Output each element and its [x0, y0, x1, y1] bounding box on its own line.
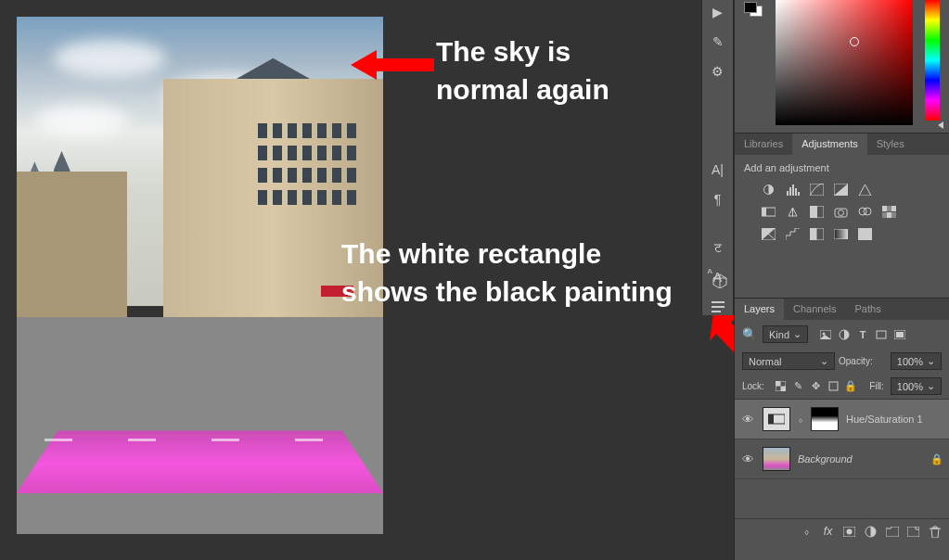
hue-saturation-icon[interactable] — [761, 205, 776, 218]
tab-adjustments[interactable]: Adjustments — [792, 134, 867, 155]
glyphs-panel-icon[interactable]: ट — [708, 239, 728, 256]
visibility-toggle-icon[interactable]: 👁 — [740, 452, 755, 466]
color-picker-panel — [735, 0, 949, 133]
posterize-icon[interactable] — [785, 227, 801, 240]
svg-rect-17 — [810, 206, 817, 218]
filter-pixel-icon[interactable] — [819, 328, 832, 341]
character-panel-icon[interactable]: A| — [708, 161, 728, 178]
layers-tab-bar: Layers Channels Paths — [735, 298, 949, 320]
delete-layer-icon[interactable] — [928, 525, 942, 538]
color-balance-icon[interactable] — [785, 205, 801, 218]
brush-settings-icon[interactable]: ⚙ — [708, 63, 728, 80]
filter-smart-icon[interactable] — [893, 328, 906, 341]
visibility-toggle-icon[interactable]: 👁 — [740, 413, 755, 426]
svg-rect-3 — [712, 306, 725, 308]
layer-item-hue-saturation[interactable]: 👁 ⬨ Hue/Saturation 1 — [735, 400, 949, 439]
tab-channels[interactable]: Channels — [784, 299, 845, 320]
paragraph-styles-icon[interactable] — [708, 299, 728, 315]
svg-rect-28 — [891, 212, 896, 218]
photo-filter-icon[interactable] — [833, 205, 849, 218]
tab-paths[interactable]: Paths — [846, 299, 891, 320]
blend-mode-dropdown[interactable]: Normal ⌄ — [742, 352, 835, 370]
opacity-input[interactable]: 100% ⌄ — [891, 352, 942, 370]
foreground-background-swatch[interactable] — [744, 2, 763, 17]
lock-artboard-icon[interactable] — [827, 380, 840, 392]
svg-rect-49 — [907, 527, 919, 537]
svg-rect-39 — [896, 332, 904, 337]
street-region — [17, 317, 383, 534]
exposure-icon[interactable] — [833, 183, 849, 196]
brightness-contrast-icon[interactable] — [761, 183, 776, 196]
tab-libraries[interactable]: Libraries — [735, 134, 792, 155]
link-layers-icon[interactable]: ⬨ — [800, 525, 814, 538]
threshold-icon[interactable] — [809, 227, 825, 240]
hue-slider-handle[interactable] — [938, 121, 943, 129]
new-group-icon[interactable] — [885, 525, 899, 538]
gradient-map-icon[interactable] — [833, 227, 849, 240]
mask-link-icon[interactable]: ⬨ — [798, 414, 803, 425]
svg-rect-33 — [858, 228, 872, 240]
vertical-toolbar: ▶ ✎ ⚙ A| ¶ ट A A — [701, 0, 734, 315]
levels-icon[interactable] — [785, 183, 801, 196]
lock-transparency-icon[interactable] — [775, 380, 787, 392]
lock-pixels-icon[interactable]: ✎ — [792, 380, 804, 392]
filter-search-icon[interactable]: 🔍 — [742, 327, 757, 341]
layer-mask-thumbnail[interactable] — [811, 407, 839, 431]
layer-list: 👁 ⬨ Hue/Saturation 1 👁 Background 🔒 — [735, 400, 949, 479]
adjustment-thumbnail[interactable] — [763, 407, 790, 431]
svg-rect-32 — [834, 229, 848, 239]
fill-input[interactable]: 100% ⌄ — [891, 377, 942, 395]
layer-name[interactable]: Background — [798, 453, 853, 465]
lock-label: Lock: — [742, 381, 764, 391]
tab-layers[interactable]: Layers — [735, 299, 784, 320]
new-layer-icon[interactable] — [906, 525, 920, 538]
add-mask-icon[interactable] — [842, 525, 856, 538]
layer-filter-dropdown[interactable]: Kind ⌄ — [763, 325, 808, 343]
canvas-image — [17, 17, 383, 534]
svg-rect-2 — [712, 301, 725, 303]
tab-styles[interactable]: Styles — [867, 134, 914, 155]
channel-mixer-icon[interactable] — [857, 205, 873, 218]
invert-icon[interactable] — [761, 227, 776, 240]
lock-position-icon[interactable]: ✥ — [810, 380, 822, 392]
svg-rect-6 — [787, 191, 789, 196]
filter-type-icon[interactable]: T — [856, 328, 869, 341]
svg-rect-37 — [877, 331, 886, 338]
svg-marker-0 — [351, 50, 434, 80]
curves-icon[interactable] — [809, 183, 825, 196]
new-adjustment-icon[interactable] — [864, 525, 878, 538]
layer-item-background[interactable]: 👁 Background 🔒 — [735, 439, 949, 479]
selective-color-icon[interactable] — [857, 227, 873, 240]
svg-rect-41 — [776, 381, 781, 387]
svg-marker-13 — [859, 185, 871, 196]
layer-thumbnail[interactable] — [763, 447, 790, 471]
canvas-area[interactable] — [17, 17, 383, 534]
svg-rect-24 — [887, 206, 891, 211]
svg-rect-15 — [762, 208, 766, 216]
brush-preset-icon[interactable]: ✎ — [708, 33, 728, 50]
color-lookup-icon[interactable] — [881, 205, 897, 218]
annotation-sky: The sky is normal again — [436, 33, 609, 108]
building-left — [17, 172, 127, 326]
filter-shape-icon[interactable] — [875, 328, 888, 341]
chevron-down-icon: ⌄ — [820, 355, 828, 367]
lock-all-icon[interactable]: 🔒 — [845, 380, 857, 392]
3d-panel-icon[interactable] — [711, 272, 729, 290]
layer-effects-icon[interactable]: fx — [821, 525, 835, 538]
svg-rect-8 — [792, 185, 794, 196]
color-field[interactable] — [776, 0, 913, 125]
svg-rect-10 — [798, 192, 800, 196]
paragraph-panel-icon[interactable]: ¶ — [708, 191, 728, 208]
lane-marking — [212, 439, 239, 441]
adjustments-heading: Add an adjustment — [744, 162, 940, 173]
layer-name[interactable]: Hue/Saturation 1 — [846, 414, 923, 425]
lane-marking — [295, 439, 323, 441]
vibrance-icon[interactable] — [857, 183, 873, 196]
filter-adjustment-icon[interactable] — [838, 328, 851, 341]
lock-icon: 🔒 — [930, 453, 943, 465]
hue-strip[interactable] — [925, 0, 940, 121]
adjustments-panel: Add an adjustment — [735, 155, 949, 248]
black-white-icon[interactable] — [809, 205, 825, 218]
svg-point-22 — [864, 208, 871, 215]
play-icon[interactable]: ▶ — [708, 4, 728, 20]
